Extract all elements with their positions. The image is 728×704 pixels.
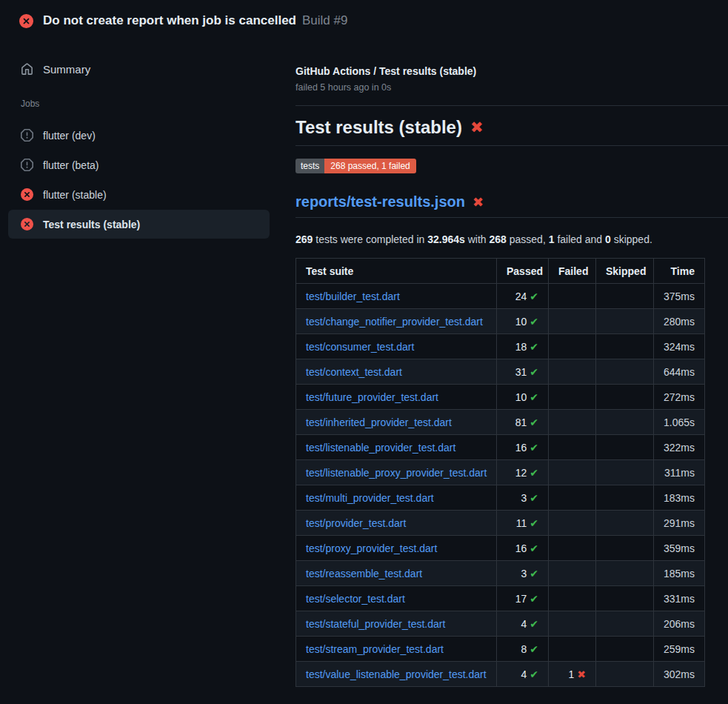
skipped-cell xyxy=(596,561,654,586)
check-icon: ✔ xyxy=(530,593,538,605)
cross-icon: ✖ xyxy=(470,119,484,136)
failed-cell: ✖ xyxy=(549,334,596,359)
check-icon: ✔ xyxy=(530,341,538,353)
tests-badge: tests 268 passed, 1 failed xyxy=(295,159,416,173)
time-cell: 272ms xyxy=(654,385,705,410)
jobs-section-label: Jobs xyxy=(21,99,281,109)
time-cell: 183ms xyxy=(654,485,705,511)
check-icon: ✔ xyxy=(530,568,538,580)
passed-cell: 16✔ xyxy=(497,536,549,561)
run-status-line: failed 5 hours ago in 0s xyxy=(295,82,728,93)
test-suite-link[interactable]: test/provider_test.dart xyxy=(306,517,406,529)
failed-cell: ✖ xyxy=(549,359,596,385)
test-results-body: test/builder_test.dart 24✔ ✖ 375ms test/… xyxy=(296,284,705,687)
failed-cell: 1✖ xyxy=(549,662,596,687)
report-file-link[interactable]: reports/test-results.json xyxy=(295,193,465,210)
passed-cell: 4✔ xyxy=(497,662,549,687)
check-icon: ✔ xyxy=(530,442,538,454)
check-icon: ✔ xyxy=(530,467,538,479)
failed-cell: ✖ xyxy=(549,435,596,460)
time-cell: 331ms xyxy=(654,586,705,611)
time-cell: 322ms xyxy=(654,435,705,460)
test-suite-link[interactable]: test/proxy_provider_test.dart xyxy=(306,542,437,554)
table-row: test/stateful_provider_test.dart 4✔ ✖ 20… xyxy=(296,611,705,637)
test-suite-link[interactable]: test/selector_test.dart xyxy=(306,593,405,605)
test-suite-link[interactable]: test/stateful_provider_test.dart xyxy=(306,618,445,630)
job-label: flutter (beta) xyxy=(43,159,98,171)
passed-cell: 17✔ xyxy=(497,586,549,611)
passed-cell: 4✔ xyxy=(497,611,549,637)
badge-label: tests xyxy=(295,159,324,173)
skipped-cell xyxy=(596,410,654,435)
build-number: Build #9 xyxy=(302,13,347,28)
test-suite-link[interactable]: test/future_provider_test.dart xyxy=(306,391,438,403)
time-cell: 311ms xyxy=(654,460,705,485)
passed-cell: 3✔ xyxy=(497,485,549,511)
test-suite-link[interactable]: test/context_test.dart xyxy=(306,366,402,378)
failed-cell: ✖ xyxy=(549,485,596,511)
test-suite-link[interactable]: test/listenable_provider_test.dart xyxy=(306,442,455,454)
skipped-cell xyxy=(596,359,654,385)
time-cell: 324ms xyxy=(654,334,705,359)
check-icon: ✔ xyxy=(530,542,538,554)
failed-cell: ✖ xyxy=(549,511,596,536)
skipped-cell xyxy=(596,662,654,687)
column-header-test-suite: Test suite xyxy=(296,259,497,284)
test-suite-link[interactable]: test/inherited_provider_test.dart xyxy=(306,416,452,428)
job-label: flutter (dev) xyxy=(43,130,96,142)
sidebar-item-flutter-beta[interactable]: flutter (beta) xyxy=(8,150,270,179)
sidebar-item-flutter-stable[interactable]: flutter (stable) xyxy=(8,180,270,209)
cross-icon: ✖ xyxy=(472,194,484,210)
report-title: reports/test-results.json ✖ xyxy=(295,193,728,218)
test-suite-link[interactable]: test/listenable_proxy_provider_test.dart xyxy=(306,467,487,479)
table-row: test/builder_test.dart 24✔ ✖ 375ms xyxy=(296,284,705,309)
table-row: test/context_test.dart 31✔ ✖ 644ms xyxy=(296,359,705,385)
workflow-header: Do not create report when job is cancell… xyxy=(0,0,728,41)
failed-cell: ✖ xyxy=(549,586,596,611)
jobs-list: flutter (dev) flutter (beta) flutter (st… xyxy=(0,121,281,239)
table-row: test/stream_provider_test.dart 8✔ ✖ 259m… xyxy=(296,637,705,662)
test-suite-link[interactable]: test/reassemble_test.dart xyxy=(306,568,422,580)
passed-cell: 10✔ xyxy=(497,309,549,334)
check-icon: ✔ xyxy=(530,643,538,655)
time-cell: 291ms xyxy=(654,511,705,536)
test-suite-link[interactable]: test/value_listenable_provider_test.dart xyxy=(306,668,487,680)
column-header-failed: Failed xyxy=(549,259,596,284)
time-cell: 359ms xyxy=(654,536,705,561)
check-icon: ✔ xyxy=(530,618,538,630)
time-cell: 280ms xyxy=(654,309,705,334)
passed-cell: 81✔ xyxy=(497,410,549,435)
time-cell: 644ms xyxy=(654,359,705,385)
test-suite-link[interactable]: test/multi_provider_test.dart xyxy=(306,492,434,504)
time-cell: 1.065s xyxy=(654,410,705,435)
check-icon: ✔ xyxy=(530,668,538,680)
test-suite-link[interactable]: test/builder_test.dart xyxy=(306,290,400,302)
sidebar: Summary Jobs flutter (dev) flutter (beta… xyxy=(0,41,281,239)
passed-cell: 11✔ xyxy=(497,511,549,536)
stop-octagon-icon xyxy=(21,159,33,171)
failed-cell: ✖ xyxy=(549,536,596,561)
skipped-cell xyxy=(596,511,654,536)
breadcrumb: GitHub Actions / Test results (stable) xyxy=(295,65,728,77)
workflow-title: Do not create report when job is cancell… xyxy=(43,13,296,28)
passed-cell: 24✔ xyxy=(497,284,549,309)
table-row: test/listenable_provider_test.dart 16✔ ✖… xyxy=(296,435,705,460)
time-cell: 375ms xyxy=(654,284,705,309)
sidebar-item-flutter-dev[interactable]: flutter (dev) xyxy=(8,121,270,150)
test-suite-link[interactable]: test/consumer_test.dart xyxy=(306,341,414,353)
failed-cell: ✖ xyxy=(549,637,596,662)
skipped-cell xyxy=(596,485,654,511)
check-icon: ✔ xyxy=(530,391,538,403)
sidebar-summary-label: Summary xyxy=(43,63,90,76)
skipped-cell xyxy=(596,435,654,460)
passed-cell: 18✔ xyxy=(497,334,549,359)
sidebar-item-test-results-stable[interactable]: Test results (stable) xyxy=(8,210,270,239)
failed-cell: ✖ xyxy=(549,410,596,435)
check-icon: ✔ xyxy=(530,517,538,529)
test-suite-link[interactable]: test/change_notifier_provider_test.dart xyxy=(306,316,483,328)
check-icon: ✔ xyxy=(530,492,538,504)
stop-octagon-icon xyxy=(21,129,33,142)
skipped-cell xyxy=(596,586,654,611)
test-suite-link[interactable]: test/stream_provider_test.dart xyxy=(306,643,444,655)
sidebar-item-summary[interactable]: Summary xyxy=(21,58,281,80)
